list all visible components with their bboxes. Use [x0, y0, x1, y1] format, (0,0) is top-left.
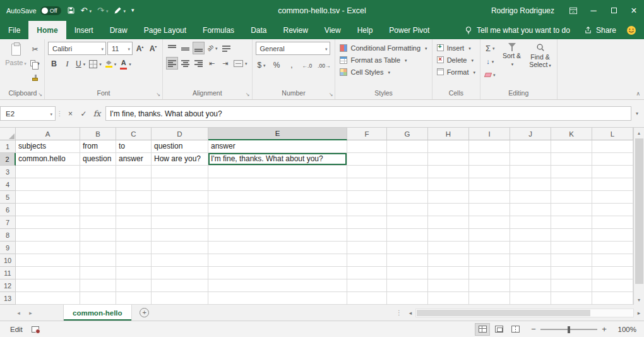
- cell-I12[interactable]: [469, 279, 510, 292]
- increase-decimal-button[interactable]: [301, 59, 314, 71]
- cell-F6[interactable]: [347, 204, 387, 216]
- row-header-11[interactable]: 11: [0, 267, 16, 279]
- vertical-scroll-thumb[interactable]: [635, 138, 643, 284]
- cell-C9[interactable]: [116, 242, 152, 254]
- cell-I3[interactable]: [469, 166, 510, 178]
- cell-E7[interactable]: [208, 216, 347, 229]
- formula-bar-resize-handle[interactable]: ⋮: [56, 110, 64, 117]
- cell-D12[interactable]: [152, 279, 208, 292]
- horizontal-scroll-thumb[interactable]: [417, 310, 590, 316]
- cell-I11[interactable]: [469, 267, 510, 279]
- cell-G10[interactable]: [387, 254, 428, 267]
- merge-center-dropdown-icon[interactable]: [244, 59, 247, 68]
- cell-D11[interactable]: [152, 267, 208, 279]
- column-header-K[interactable]: K: [551, 128, 592, 140]
- cell-E10[interactable]: [208, 254, 347, 267]
- ribbon-display-options-button[interactable]: [563, 0, 583, 21]
- cell-E9[interactable]: [208, 242, 347, 254]
- cell-E12[interactable]: [208, 279, 347, 292]
- zoom-in-button[interactable]: +: [599, 324, 610, 334]
- zoom-out-button[interactable]: −: [528, 324, 539, 334]
- cell-B1[interactable]: from: [80, 140, 116, 153]
- number-dialog-launcher[interactable]: ↘: [329, 92, 333, 97]
- column-header-H[interactable]: H: [428, 128, 469, 140]
- autosave-toggle[interactable]: AutoSave Off: [6, 6, 61, 15]
- cell-K9[interactable]: [551, 242, 592, 254]
- row-header-13[interactable]: 13: [0, 292, 16, 305]
- cell-H12[interactable]: [428, 279, 469, 292]
- align-center-button[interactable]: [179, 57, 191, 70]
- cell-L4[interactable]: [592, 178, 633, 191]
- column-header-E[interactable]: E: [208, 128, 347, 140]
- tab-review[interactable]: Review: [275, 21, 316, 39]
- insert-cells-button[interactable]: Insert: [436, 42, 477, 54]
- sort-filter-dropdown-icon[interactable]: [510, 59, 514, 67]
- paste-dropdown-icon[interactable]: [23, 59, 27, 66]
- close-button[interactable]: ×: [624, 0, 644, 21]
- maximize-button[interactable]: [604, 0, 624, 21]
- cell-H7[interactable]: [428, 216, 469, 229]
- borders-button[interactable]: [88, 58, 103, 70]
- number-format-dropdown-icon[interactable]: [324, 45, 328, 52]
- format-cells-button[interactable]: Format: [436, 66, 477, 78]
- cell-F9[interactable]: [347, 242, 387, 254]
- copy-button[interactable]: [29, 57, 41, 70]
- cell-G11[interactable]: [387, 267, 428, 279]
- redo-dropdown-icon[interactable]: [105, 6, 109, 15]
- cell-K5[interactable]: [551, 191, 592, 204]
- cell-G12[interactable]: [387, 279, 428, 292]
- cell-E4[interactable]: [208, 178, 347, 191]
- cell-J1[interactable]: [510, 140, 551, 153]
- cell-K6[interactable]: [551, 204, 592, 216]
- cell-F8[interactable]: [347, 229, 387, 242]
- cell-G13[interactable]: [387, 292, 428, 305]
- name-box[interactable]: E2: [0, 106, 56, 121]
- autosum-dropdown-icon[interactable]: [491, 44, 495, 52]
- cell-I6[interactable]: [469, 204, 510, 216]
- cell-F12[interactable]: [347, 279, 387, 292]
- cell-G1[interactable]: [387, 140, 428, 153]
- cell-E6[interactable]: [208, 204, 347, 216]
- merge-center-button[interactable]: [232, 57, 249, 70]
- enter-button[interactable]: ✓: [77, 107, 90, 121]
- sort-filter-button[interactable]: Sort &: [499, 42, 525, 81]
- cell-J6[interactable]: [510, 204, 551, 216]
- conditional-formatting-dropdown-icon[interactable]: [424, 44, 427, 52]
- clipboard-dialog-launcher[interactable]: ↘: [38, 92, 42, 97]
- cell-E2[interactable]: I'm fine, thanks. What about you?: [208, 153, 347, 166]
- row-header-4[interactable]: 4: [0, 178, 16, 191]
- tab-data[interactable]: Data: [242, 21, 275, 39]
- column-header-I[interactable]: I: [469, 128, 510, 140]
- cell-L2[interactable]: [592, 153, 633, 166]
- minimize-button[interactable]: ─: [583, 0, 604, 21]
- cell-E5[interactable]: [208, 191, 347, 204]
- cell-I4[interactable]: [469, 178, 510, 191]
- conditional-formatting-button[interactable]: Conditional Formatting: [338, 42, 428, 54]
- collapse-ribbon-button[interactable]: ∧: [636, 90, 640, 97]
- underline-button[interactable]: U: [75, 58, 86, 70]
- column-header-F[interactable]: F: [347, 128, 387, 140]
- insert-function-button[interactable]: fx: [90, 107, 104, 121]
- cell-F11[interactable]: [347, 267, 387, 279]
- cell-F4[interactable]: [347, 178, 387, 191]
- cell-C6[interactable]: [116, 204, 152, 216]
- cell-B5[interactable]: [80, 191, 116, 204]
- cell-H10[interactable]: [428, 254, 469, 267]
- cell-L10[interactable]: [592, 254, 633, 267]
- tab-scrollbar-splitter[interactable]: ⋮: [396, 305, 402, 321]
- cell-L3[interactable]: [592, 166, 633, 178]
- row-header-6[interactable]: 6: [0, 204, 16, 216]
- autosave-switch-icon[interactable]: Off: [40, 6, 61, 15]
- cell-K8[interactable]: [551, 229, 592, 242]
- format-as-table-button[interactable]: Format as Table: [338, 54, 428, 66]
- cell-L13[interactable]: [592, 292, 633, 305]
- accounting-dropdown-icon[interactable]: [262, 61, 266, 70]
- name-box-dropdown-icon[interactable]: [49, 110, 52, 118]
- cell-G2[interactable]: [387, 153, 428, 166]
- cell-D5[interactable]: [152, 191, 208, 204]
- cell-E1[interactable]: answer: [208, 140, 347, 153]
- cell-D10[interactable]: [152, 254, 208, 267]
- cell-A3[interactable]: [16, 166, 80, 178]
- cell-D1[interactable]: question: [152, 140, 208, 153]
- pen-dropdown-icon[interactable]: [122, 6, 126, 15]
